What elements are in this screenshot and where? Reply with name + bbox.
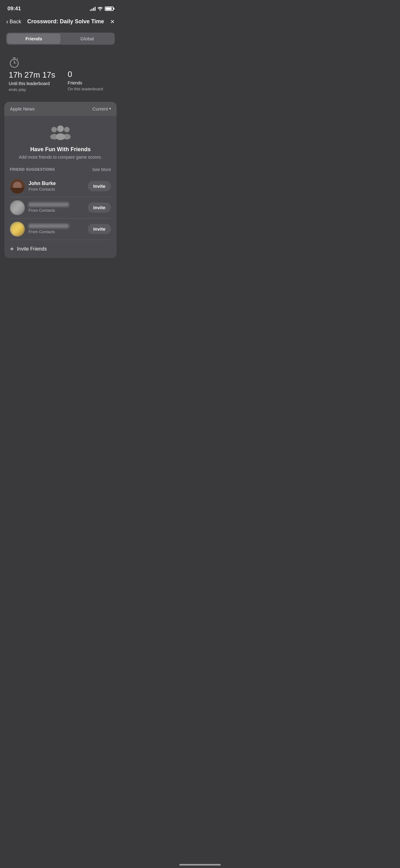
suggestion-sub-john: From Contacts — [29, 187, 84, 191]
svg-point-5 — [57, 125, 64, 132]
invite-friends-label: Invite Friends — [17, 246, 47, 252]
suggestion-name-blurred-2 — [29, 203, 69, 207]
svg-point-3 — [64, 127, 70, 132]
avatar-image-john — [10, 179, 25, 194]
suggestion-item-2: From Contacts Invite — [10, 197, 111, 218]
status-time: 09:41 — [7, 6, 21, 12]
tab-friends[interactable]: Friends — [7, 34, 61, 44]
page-title: Crossword: Daily Solve Time — [21, 18, 110, 25]
timer-icon — [9, 57, 20, 68]
card-header-title: Apple News — [10, 106, 35, 112]
current-label: Current — [92, 106, 108, 112]
battery-icon — [105, 6, 113, 11]
friends-panel-title: Have Fun With Friends — [10, 146, 111, 153]
invite-button-2[interactable]: Invite — [88, 203, 111, 213]
friends-panel: Have Fun With Friends Add more friends t… — [4, 116, 116, 160]
suggestion-item-john: John Burke From Contacts Invite — [10, 176, 111, 197]
suggestion-name-blurred-3 — [29, 224, 69, 228]
friends-panel-subtitle: Add more friends to compare game scores. — [10, 155, 111, 160]
timer-stat: 17h 27m 17s Until this leaderboard ends … — [9, 57, 55, 93]
friends-stat: 0 Friends On this leaderboard — [68, 57, 103, 93]
friends-sublabel: On this leaderboard — [68, 87, 103, 92]
avatar-john — [10, 179, 25, 194]
svg-point-6 — [56, 133, 65, 140]
timer-value: 17h 27m 17s — [9, 70, 55, 80]
suggestion-sub-2: From Contacts — [29, 208, 84, 213]
nav-bar: ‹ Back Crossword: Daily Solve Time ✕ — [0, 16, 121, 30]
card-header: Apple News Current ▾ — [4, 102, 116, 116]
chevron-down-icon: ▾ — [109, 106, 111, 111]
avatar-2 — [10, 200, 25, 215]
suggestion-name-john: John Burke — [29, 181, 84, 186]
avatar-image-2 — [10, 200, 25, 215]
stats-section: 17h 27m 17s Until this leaderboard ends … — [0, 51, 121, 102]
suggestion-item-3: From Contacts Invite — [10, 219, 111, 240]
avatar-image-3 — [10, 222, 25, 237]
suggestion-info-john: John Burke From Contacts — [29, 181, 84, 191]
plus-icon: + — [10, 245, 14, 253]
invite-button-3[interactable]: Invite — [88, 224, 111, 234]
status-bar: 09:41 — [0, 0, 121, 16]
avatar-3 — [10, 222, 25, 237]
status-icons — [90, 6, 113, 11]
friends-count: 0 — [68, 69, 103, 79]
suggestion-info-2: From Contacts — [29, 203, 84, 213]
suggestion-sub-3: From Contacts — [29, 229, 84, 234]
svg-point-1 — [52, 127, 57, 132]
card-header-right[interactable]: Current ▾ — [92, 106, 111, 112]
suggestions-area: FRIEND SUGGESTIONS See More John Burke F… — [4, 167, 116, 258]
close-button[interactable]: ✕ — [110, 18, 115, 25]
suggestions-header: FRIEND SUGGESTIONS See More — [10, 167, 111, 176]
leaderboard-card: Apple News Current ▾ Have Fun With Frien… — [4, 102, 116, 258]
back-chevron-icon: ‹ — [6, 18, 8, 25]
see-more-button[interactable]: See More — [92, 167, 111, 172]
signal-icon — [90, 6, 96, 11]
back-button[interactable]: ‹ Back — [6, 18, 21, 25]
timer-label: Until this leaderboard — [9, 81, 55, 86]
segment-control: Friends Global — [6, 33, 115, 45]
invite-button-john[interactable]: Invite — [88, 181, 111, 191]
wifi-icon — [97, 6, 103, 11]
suggestion-info-3: From Contacts — [29, 224, 84, 234]
tab-global[interactable]: Global — [61, 34, 114, 44]
friends-label: Friends — [68, 81, 103, 85]
back-label: Back — [10, 19, 22, 25]
suggestions-label: FRIEND SUGGESTIONS — [10, 167, 55, 172]
invite-friends-row[interactable]: + Invite Friends — [10, 240, 111, 258]
friends-group-icon — [48, 125, 73, 141]
timer-sublabel: ends play — [9, 87, 55, 93]
